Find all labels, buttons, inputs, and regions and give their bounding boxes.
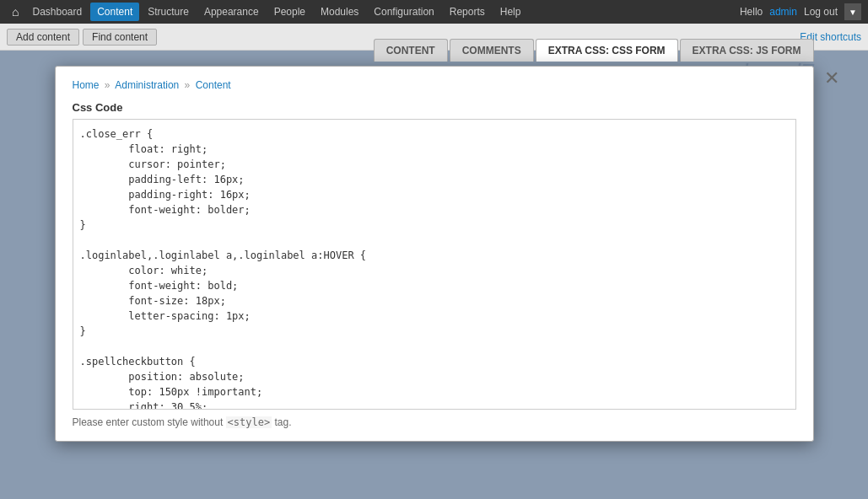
nav-item-help[interactable]: Help bbox=[493, 3, 528, 21]
page-background: Content ⚙ drupal7 CONTENT COMMENTS CONTE… bbox=[0, 51, 868, 499]
modal-tabs: CONTENT COMMENTS EXTRA CSS: CSS FORM EXT… bbox=[374, 39, 814, 62]
modal-body: Home » Administration » Content Css Code… bbox=[56, 67, 813, 441]
add-content-button[interactable]: Add content bbox=[7, 29, 79, 46]
nav-item-people[interactable]: People bbox=[267, 3, 312, 21]
nav-item-appearance[interactable]: Appearance bbox=[197, 3, 266, 21]
breadcrumb-home[interactable]: Home bbox=[73, 79, 100, 91]
dropdown-button[interactable]: ▼ bbox=[844, 3, 861, 20]
modal-tab-extra-js-form[interactable]: EXTRA CSS: JS FORM bbox=[680, 39, 814, 62]
username: admin bbox=[769, 6, 797, 18]
home-icon[interactable]: ⌂ bbox=[7, 5, 24, 19]
modal-dialog: ✕ Home » Administration » Content Css Co… bbox=[55, 66, 814, 442]
nav-item-dashboard[interactable]: Dashboard bbox=[25, 3, 89, 21]
top-navigation: ⌂ Dashboard Content Structure Appearance… bbox=[0, 0, 868, 24]
nav-item-configuration[interactable]: Configuration bbox=[367, 3, 440, 21]
breadcrumb-content: Content bbox=[196, 79, 231, 91]
user-area: Hello admin Log out ▼ bbox=[740, 3, 861, 20]
modal-tab-comments[interactable]: COMMENTS bbox=[450, 39, 534, 62]
modal-close-button[interactable]: ✕ bbox=[818, 65, 845, 92]
modal-overlay: CONTENT COMMENTS EXTRA CSS: CSS FORM EXT… bbox=[0, 51, 868, 499]
breadcrumb: Home » Administration » Content bbox=[73, 79, 796, 91]
hello-text: Hello bbox=[740, 6, 763, 18]
nav-item-content[interactable]: Content bbox=[90, 3, 139, 21]
logout-link[interactable]: Log out bbox=[804, 6, 838, 18]
find-content-button[interactable]: Find content bbox=[83, 29, 157, 46]
nav-item-reports[interactable]: Reports bbox=[443, 3, 492, 21]
nav-item-modules[interactable]: Modules bbox=[314, 3, 365, 21]
modal-tab-content[interactable]: CONTENT bbox=[374, 39, 448, 62]
modal-tab-extra-css-form[interactable]: EXTRA CSS: CSS FORM bbox=[536, 39, 678, 62]
css-code-label: Css Code bbox=[73, 101, 796, 114]
breadcrumb-administration[interactable]: Administration bbox=[115, 79, 179, 91]
hint-text: Please enter custom style without <style… bbox=[73, 416, 796, 428]
hint-text-after: tag. bbox=[275, 416, 292, 428]
css-code-textarea[interactable] bbox=[73, 119, 796, 410]
nav-item-structure[interactable]: Structure bbox=[141, 3, 196, 21]
hint-text-before: Please enter custom style without bbox=[73, 416, 224, 428]
hint-style-tag: <style> bbox=[226, 416, 272, 428]
